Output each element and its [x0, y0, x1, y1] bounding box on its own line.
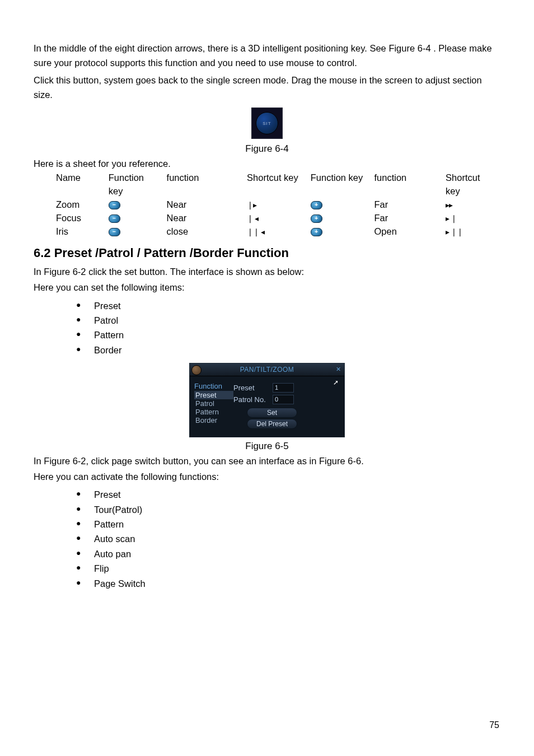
plus-icon: + [311, 228, 322, 236]
ptz-side-item-patrol[interactable]: Patrol [194, 399, 233, 408]
ptz-function-list: Function Preset Patrol Pattern Border [194, 382, 233, 429]
list-item: Preset [76, 298, 500, 313]
sec2-p1: In Figure 6-2, click page switch button,… [34, 454, 500, 469]
close-icon[interactable]: ✕ [334, 365, 342, 373]
table-row: Focus − Near ❘ ◂ + Far ▸ ❘ [56, 212, 500, 225]
shortcut-icon: ▸ ❘❘ [446, 227, 463, 236]
del-preset-button[interactable]: Del Preset [247, 419, 297, 429]
list-item: Tour(Patrol) [76, 502, 500, 517]
shortcut-icon: ▸▸ [446, 200, 452, 209]
th-name: Name [56, 171, 109, 198]
sec1-p2: Here you can set the following items: [34, 281, 500, 295]
sit-button-figure: SIT [251, 108, 283, 139]
cell-name: Zoom [56, 198, 109, 212]
cell-fn2: Open [374, 225, 446, 239]
list-item: Flip [76, 561, 500, 576]
shortcut-icon: ▸ ❘ [446, 214, 457, 223]
plus-icon: + [311, 201, 322, 209]
th-function-key-1: Function key [109, 171, 167, 198]
ptz-dialog: PAN/TILT/ZOOM ✕ ➚ Function Preset Patrol… [189, 363, 345, 437]
sit-icon: SIT [256, 112, 278, 134]
paragraph-intro-1: In the middle of the eight direction arr… [34, 41, 500, 70]
shortcut-icon: ❘▸ [247, 200, 256, 209]
list-item: Pattern [76, 328, 500, 342]
cell-name: Focus [56, 212, 109, 225]
table-row: Zoom − Near ❘▸ + Far ▸▸ [56, 198, 500, 212]
th-function-2: function [374, 171, 446, 198]
sec2-p2: Here you can activate the following func… [34, 470, 500, 484]
list-item: Auto pan [76, 547, 500, 561]
table-header-row: Name Function key function Shortcut key … [56, 171, 500, 198]
table-row: Iris − close ❘❘ ◂ + Open ▸ ❘❘ [56, 225, 500, 239]
preset-input[interactable]: 1 [273, 383, 294, 393]
minus-icon: − [109, 214, 120, 223]
ptz-titlebar: PAN/TILT/ZOOM ✕ [190, 363, 344, 376]
cell-fn2: Far [374, 198, 446, 212]
th-shortcut-2: Shortcut key [446, 171, 500, 198]
list-item: Preset [76, 487, 500, 502]
preset-label: Preset [233, 384, 273, 392]
patrol-no-label: Patrol No. [233, 395, 273, 404]
th-function-1: function [167, 171, 247, 198]
sec2-list: Preset Tour(Patrol) Pattern Auto scan Au… [34, 487, 500, 591]
ptz-side-item-border[interactable]: Border [194, 416, 233, 424]
th-function-key-2: Function key [311, 171, 374, 198]
sec1-list: Preset Patrol Pattern Border [34, 298, 500, 358]
sit-label: SIT [263, 121, 271, 126]
ptz-title-text: PAN/TILT/ZOOM [190, 363, 344, 376]
list-item: Border [76, 343, 500, 357]
cell-fn: close [167, 225, 247, 239]
minus-icon: − [109, 201, 120, 209]
cell-name: Iris [56, 225, 109, 239]
paragraph-intro-2: Click this button, system goes back to t… [34, 73, 500, 102]
list-item: Patrol [76, 313, 500, 328]
page-number: 75 [489, 720, 499, 730]
shortcut-icon: ❘ ◂ [247, 214, 258, 223]
figure-6-5-label: Figure 6-5 [34, 441, 500, 452]
list-item: Pattern [76, 517, 500, 531]
set-button[interactable]: Set [247, 408, 297, 418]
th-shortcut-1: Shortcut key [247, 171, 311, 198]
plus-icon: + [311, 214, 322, 223]
figure-6-4-label: Figure 6-4 [34, 143, 500, 155]
patrol-no-input[interactable]: 0 [273, 395, 294, 404]
reference-intro: Here is a sheet for you reference. [34, 157, 500, 171]
ptz-side-item-pattern[interactable]: Pattern [194, 408, 233, 416]
section-6-2-title: 6.2 Preset /Patrol / Pattern /Border Fun… [34, 246, 500, 260]
cell-fn: Near [167, 198, 247, 212]
ptz-side-item-preset[interactable]: Preset [194, 391, 233, 399]
cell-fn: Near [167, 212, 247, 225]
cursor-icon: ➚ [333, 379, 339, 386]
ptz-side-header: Function [194, 382, 233, 390]
list-item: Auto scan [76, 531, 500, 546]
sec1-p1: In Figure 6-2 click the set button. The … [34, 265, 500, 279]
minus-icon: − [109, 228, 120, 236]
list-item: Page Switch [76, 576, 500, 591]
cell-fn2: Far [374, 212, 446, 225]
shortcut-icon: ❘❘ ◂ [247, 227, 264, 236]
reference-table: Name Function key function Shortcut key … [56, 171, 500, 239]
